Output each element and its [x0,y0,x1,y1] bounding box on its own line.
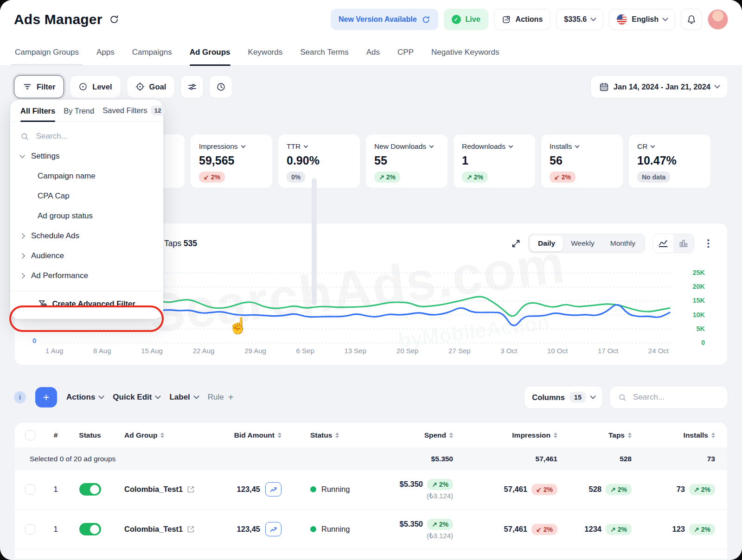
x-tick: 3 Oct [500,347,517,355]
info-icon[interactable]: i [14,391,26,403]
range-daily[interactable]: Daily [530,235,563,251]
filter-tab-by-trend[interactable]: By Trend [64,107,94,121]
quick-edit-menu[interactable]: Quick Edit [113,393,160,402]
label-menu[interactable]: Label [169,393,198,402]
bid-trend-button[interactable] [265,522,281,536]
actions-menu[interactable]: Actions [66,393,103,402]
balance-dropdown[interactable]: $335.6 [556,9,603,30]
table-search-input[interactable] [632,392,719,402]
adjustments-button[interactable] [180,75,204,98]
live-status-badge[interactable]: ✓ Live [444,9,488,30]
metric-label: Redownloads [462,142,505,151]
col-status[interactable]: Status [294,431,368,439]
calendar-icon [599,82,609,92]
level-button[interactable]: Level [70,75,121,98]
add-button[interactable]: + [35,387,57,407]
col-ad-group[interactable]: Ad Group [114,431,215,439]
expand-icon [511,239,521,248]
x-tick: 22 Aug [193,347,215,355]
tab-keywords[interactable]: Keywords [248,39,283,65]
table-summary-row: Selected 0 of 20 ad groups $5.350 57,461… [15,448,727,470]
status-text: Running [321,525,350,534]
filter-group-settings[interactable]: Settings [10,146,163,166]
tab-campaigns[interactable]: Campaigns [132,39,172,65]
tab-ad-groups[interactable]: Ad Groups [190,39,230,65]
y-tick: 10K [692,311,705,318]
tab-campaign-groups[interactable]: Campaign Groups [15,39,79,65]
select-all-checkbox[interactable] [25,430,35,440]
bar-chart-button[interactable] [673,234,694,253]
status-toggle[interactable] [79,523,101,535]
chevron-down-icon [429,144,434,148]
chart-menu-button[interactable]: ⋮ [702,238,715,249]
saved-filters-count: 12 [151,106,165,115]
filter-item-cpa-cap[interactable]: CPA Cap [10,186,163,206]
tab-ads[interactable]: Ads [366,39,380,65]
filter-search-input[interactable] [35,131,153,141]
tab-apps[interactable]: Apps [96,39,115,65]
new-version-button[interactable]: New Version Available [331,9,438,30]
filter-tab-saved[interactable]: Saved Filters 12 [102,106,165,121]
filter-group-ad-performance[interactable]: Ad Performance [10,266,163,286]
chevron-down-icon [241,144,245,148]
filter-button[interactable]: Filter [14,75,64,98]
sort-icon [160,433,164,439]
filter-item-ad-group-status[interactable]: Ad group status [10,206,163,226]
col-bid-amount[interactable]: Bid Amount [215,431,294,439]
impression-cell: 57,4612% [465,484,569,495]
user-avatar[interactable] [708,9,728,30]
app-window: Ads Manager New Version Available ✓ Live… [0,0,742,560]
col-impression[interactable]: Impression [465,431,569,439]
row-checkbox[interactable] [25,524,35,535]
filter-item-campaign-name[interactable]: Campaign name [10,166,163,186]
scrollbar-thumb[interactable] [312,178,317,305]
x-tick: 27 Sep [448,347,471,355]
filter-group-audience[interactable]: Audience [10,246,163,266]
range-weekly[interactable]: Weekly [563,235,602,251]
columns-count-badge: 15 [569,392,586,403]
external-link-icon[interactable] [187,485,195,493]
external-link-icon[interactable] [187,525,195,533]
date-range-picker[interactable]: Jan 14, 2024 - Jan 21, 2024 [590,75,728,98]
col-taps[interactable]: Taps [569,431,644,439]
expand-chart-button[interactable] [511,239,521,248]
metric-value: 55 [374,154,439,167]
tab-cpp[interactable]: CPP [397,39,414,65]
filter-tab-all[interactable]: All Filters [20,107,55,121]
tab-negative-keywords[interactable]: Negative Keywords [431,39,499,65]
rule-button[interactable]: Rule+ [208,392,234,403]
refresh-icon[interactable] [109,14,119,25]
col-status-toggle: Status [66,431,114,439]
tab-search-terms[interactable]: Search Terms [300,39,349,65]
columns-button[interactable]: Columns 15 [524,386,603,409]
line-chart-button[interactable] [653,234,673,253]
date-range-value: Jan 14, 2024 - Jan 21, 2024 [614,83,710,91]
notifications-button[interactable] [681,9,702,30]
actions-button[interactable]: Actions [494,9,551,30]
trend-badge: 2% [606,484,632,495]
filter-search[interactable] [10,122,163,143]
mouse-cursor: ☝ [228,316,248,335]
history-button[interactable] [209,75,232,98]
sort-icon [628,433,632,439]
metric-card-cr: CR 10.47% No data [629,134,710,188]
filter-group-schedule-ads[interactable]: Schedule Ads [10,226,163,246]
create-advanced-filter-button[interactable]: Create Advanced Filter [10,291,163,316]
sort-icon [449,433,453,439]
funnel-plus-icon [38,299,47,308]
col-installs[interactable]: Installs [644,431,727,439]
trend-badge: 2% [531,524,557,535]
ad-group-name: Colombia_Test1 [124,525,183,534]
goal-button[interactable]: Goal [127,75,175,98]
metric-label: TTR [287,142,301,151]
chart-metric: Taps 535 [164,239,197,248]
table-search[interactable] [609,386,728,409]
range-monthly[interactable]: Monthly [602,235,643,251]
trend-badge: 2% [462,172,488,183]
col-spend[interactable]: Spend [368,431,465,439]
row-checkbox[interactable] [25,484,35,495]
metric-value: 1 [462,154,527,167]
language-dropdown[interactable]: English [609,9,675,30]
status-toggle[interactable] [79,483,101,496]
bid-trend-button[interactable] [265,482,281,496]
